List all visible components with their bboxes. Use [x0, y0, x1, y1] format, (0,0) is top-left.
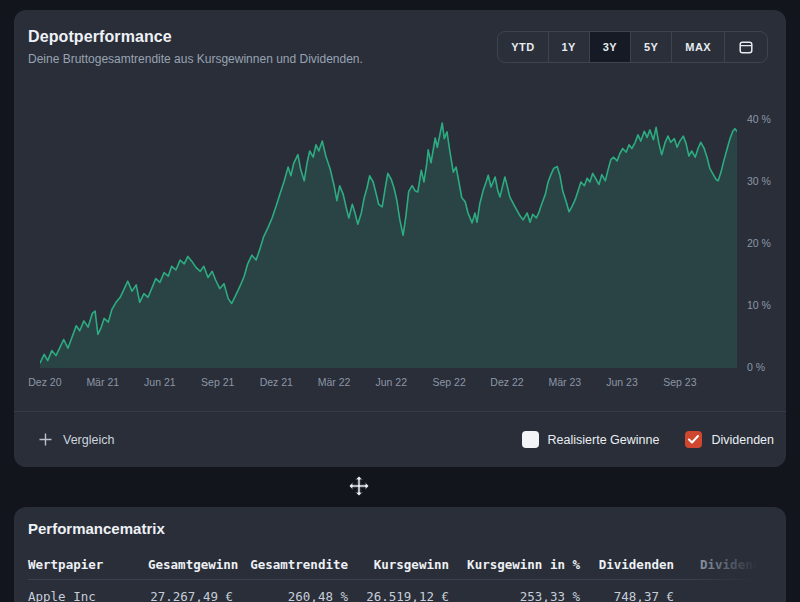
checkbox-label: Realisierte Gewinne	[548, 433, 660, 447]
column-header: Dividenden	[580, 557, 674, 572]
range-button-3y[interactable]: 3Y	[589, 32, 630, 62]
chart-footer: Vergleich Realisierte Gewinne Dividenden	[14, 412, 786, 467]
x-tick-label: Sep 23	[663, 376, 696, 388]
calendar-button[interactable]	[724, 32, 767, 62]
x-tick-label: Mär 22	[318, 376, 351, 388]
y-tick-label: 0 %	[747, 361, 765, 373]
move-cursor	[349, 476, 369, 496]
dividends-checkbox[interactable]: Dividenden	[685, 431, 774, 448]
matrix-title: Performancematrix	[28, 520, 165, 537]
table-body: Apple Inc27.267,49 €260,48 %26.519,12 €2…	[28, 579, 786, 602]
checkbox-icon	[685, 431, 702, 448]
table-header-row: WertpapierGesamtgewinnGesamtrenditeKursg…	[28, 549, 786, 579]
y-tick-label: 10 %	[747, 299, 771, 311]
column-header: Gesamtrendite	[233, 557, 348, 572]
range-button-max[interactable]: MAX	[671, 32, 724, 62]
y-tick-label: 30 %	[747, 175, 771, 187]
asset-name-cell: Apple Inc	[28, 589, 148, 602]
performancematrix-card: Performancematrix WertpapierGesamtgewinn…	[14, 507, 786, 602]
x-tick-label: Dez 20	[28, 376, 61, 388]
x-tick-label: Jun 23	[606, 376, 638, 388]
column-header: Wertpapier	[28, 557, 148, 572]
range-button-ytd[interactable]: YTD	[498, 32, 547, 62]
x-tick-label: Sep 21	[201, 376, 234, 388]
range-button-5y[interactable]: 5Y	[630, 32, 671, 62]
check-icon	[688, 435, 699, 444]
column-header: Kursgewinn	[348, 557, 449, 572]
value-cell: 253,33 %	[449, 589, 580, 602]
performance-chart-svg[interactable]	[40, 98, 737, 371]
x-tick-label: Jun 22	[376, 376, 408, 388]
chart-area-fill	[40, 123, 737, 368]
y-tick-label: 20 %	[747, 237, 771, 249]
compare-label: Vergleich	[63, 433, 114, 447]
time-range-segmented-control: YTD1Y3Y5YMAX	[497, 31, 768, 63]
compare-button[interactable]: Vergleich	[38, 432, 114, 447]
chart-toggles: Realisierte Gewinne Dividenden	[522, 431, 774, 448]
x-tick-label: Mär 23	[548, 376, 581, 388]
x-axis-labels: Dez 20Mär 21Jun 21Sep 21Dez 21Mär 22Jun …	[40, 376, 737, 390]
performance-table[interactable]: WertpapierGesamtgewinnGesamtrenditeKursg…	[28, 549, 786, 602]
depotperformance-card: Depotperformance Deine Bruttogesamtrendi…	[14, 10, 786, 467]
range-button-1y[interactable]: 1Y	[548, 32, 589, 62]
checkbox-label: Dividenden	[711, 433, 774, 447]
y-axis-labels: 0 %10 %20 %30 %40 %	[737, 98, 785, 371]
column-header: Gesamtgewinn	[148, 557, 233, 572]
plus-icon	[38, 432, 53, 447]
column-header: Kursgewinn in %	[449, 557, 580, 572]
card-header: Depotperformance Deine Bruttogesamtrendi…	[28, 28, 363, 66]
value-cell: 27.267,49 €	[148, 589, 233, 602]
y-tick-label: 40 %	[747, 113, 771, 125]
table-row[interactable]: Apple Inc27.267,49 €260,48 %26.519,12 €2…	[28, 579, 786, 602]
page-title: Depotperformance	[28, 28, 363, 46]
x-tick-label: Dez 22	[490, 376, 523, 388]
value-cell: 748,37 €	[580, 589, 674, 602]
x-tick-label: Jun 21	[144, 376, 176, 388]
column-header: Dividenden	[674, 557, 786, 572]
value-cell: 260,48 %	[233, 589, 348, 602]
checkbox-icon	[522, 431, 539, 448]
x-tick-label: Sep 22	[432, 376, 465, 388]
performance-chart[interactable]	[40, 98, 737, 371]
page-subtitle: Deine Bruttogesamtrendite aus Kursgewinn…	[28, 52, 363, 66]
x-tick-label: Mär 21	[86, 376, 119, 388]
x-tick-label: Dez 21	[260, 376, 293, 388]
calendar-icon	[739, 40, 753, 54]
realized-gains-checkbox[interactable]: Realisierte Gewinne	[522, 431, 660, 448]
value-cell: 26.519,12 €	[348, 589, 449, 602]
